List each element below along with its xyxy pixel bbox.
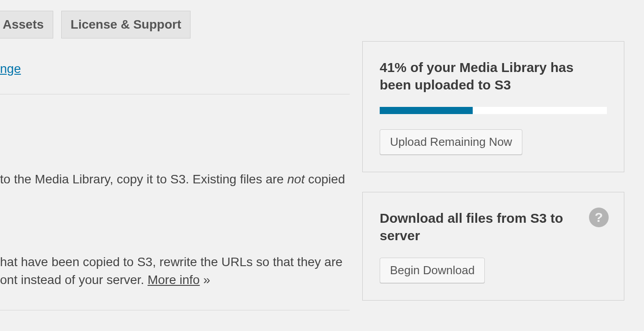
settings-content: nge to the Media Library, copy it to S3.… [0,42,350,310]
upload-remaining-button[interactable]: Upload Remaining Now [380,129,522,155]
download-card-title: Download all files from S3 to server [380,209,607,244]
begin-download-button[interactable]: Begin Download [380,258,485,283]
tab-bar: Assets License & Support [0,11,191,38]
divider [0,310,350,310]
tab-assets-label: Assets [3,17,44,31]
tab-assets[interactable]: Assets [0,11,53,38]
rewrite-urls-description: hat have been copied to S3, rewrite the … [0,253,350,289]
help-icon[interactable]: ? [589,208,609,227]
copy-to-s3-description: to the Media Library, copy it to S3. Exi… [0,170,350,189]
upload-status-card: 41% of your Media Library has been uploa… [362,41,624,172]
upload-progress-bar [380,107,607,114]
copy-text-prefix: to the Media Library, copy it to S3. Exi… [0,172,287,186]
tab-license-support[interactable]: License & Support [61,11,191,38]
tab-license-support-label: License & Support [71,17,181,31]
rewrite-raquo: » [200,273,210,287]
copy-text-em: not [287,172,305,186]
upload-progress-fill [380,107,473,114]
more-info-link[interactable]: More info [148,273,200,287]
rewrite-line2-prefix: ont instead of your server. [0,273,148,287]
sidebar: 41% of your Media Library has been uploa… [362,41,624,301]
copy-text-suffix: copied [305,172,345,186]
rewrite-line1: hat have been copied to S3, rewrite the … [0,255,343,269]
change-link[interactable]: nge [0,62,350,76]
upload-status-title: 41% of your Media Library has been uploa… [380,59,607,93]
divider [0,94,350,94]
download-card: ? Download all files from S3 to server B… [362,192,624,301]
